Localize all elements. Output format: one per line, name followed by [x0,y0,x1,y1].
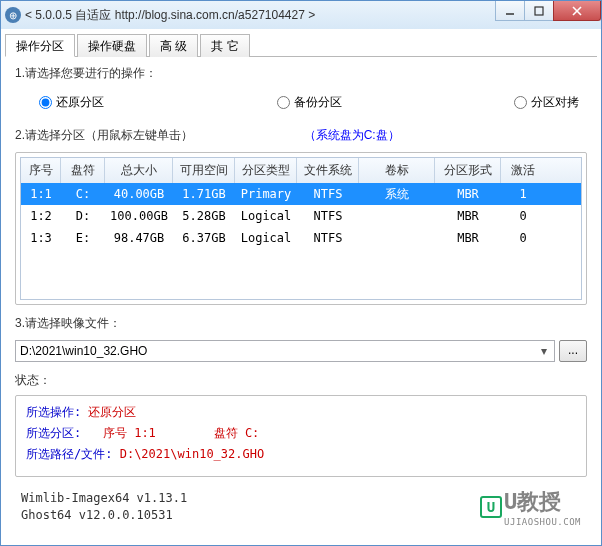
th-ptype[interactable]: 分区类型 [235,158,297,183]
th-scheme[interactable]: 分区形式 [435,158,501,183]
table-header: 序号 盘符 总大小 可用空间 分区类型 文件系统 卷标 分区形式 激活 [21,158,581,183]
table-cell: 5.28GB [173,207,235,225]
th-free[interactable]: 可用空间 [173,158,235,183]
table-cell: Logical [235,207,297,225]
section1-label: 1.请选择您要进行的操作： [15,65,587,82]
table-cell [359,236,435,240]
table-cell: 6.37GB [173,229,235,247]
table-cell: 98.47GB [105,229,173,247]
table-cell: Primary [235,185,297,203]
table-cell [359,214,435,218]
browse-button[interactable]: ... [559,340,587,362]
image-path-combo[interactable]: D:\2021\win10_32.GHO ▾ [15,340,555,362]
partition-table: 序号 盘符 总大小 可用空间 分区类型 文件系统 卷标 分区形式 激活 1:1C… [20,157,582,300]
watermark-text: U教授 [504,487,581,517]
status-op-value: 还原分区 [88,405,136,419]
table-row[interactable]: 1:1C:40.00GB1.71GBPrimaryNTFS系统MBR1 [21,183,581,205]
status-part-idx-value: 1:1 [134,426,156,440]
th-drive[interactable]: 盘符 [61,158,105,183]
radio-copy-input[interactable] [514,96,527,109]
table-cell: NTFS [297,207,359,225]
status-box: 所选操作: 还原分区 所选分区: 序号 1:1 盘符 C: 所选路径/文件: D… [15,395,587,477]
table-cell: E: [61,229,105,247]
section2-label: 2.请选择分区（用鼠标左键单击） [15,128,193,142]
radio-backup[interactable]: 备份分区 [277,94,342,111]
th-fs[interactable]: 文件系统 [297,158,359,183]
th-active[interactable]: 激活 [501,158,545,183]
radio-backup-input[interactable] [277,96,290,109]
table-cell: 系统 [359,184,435,205]
footer-line1: Wimlib-Imagex64 v1.13.1 [21,490,187,507]
table-cell: Logical [235,229,297,247]
maximize-button[interactable] [524,1,554,21]
tab-partition-op[interactable]: 操作分区 [5,34,75,57]
section3-label: 3.请选择映像文件： [15,315,587,332]
radio-copy[interactable]: 分区对拷 [514,94,579,111]
app-icon: ⊕ [5,7,21,23]
status-part-idx-label: 序号 [103,426,127,440]
table-cell: 0 [501,229,545,247]
image-path-value: D:\2021\win10_32.GHO [20,344,147,358]
watermark-logo-icon: U [480,496,502,518]
table-cell: 1:3 [21,229,61,247]
operation-radio-group: 还原分区 备份分区 分区对拷 [15,88,587,121]
footer-line2: Ghost64 v12.0.0.10531 [21,507,187,524]
close-button[interactable] [553,1,601,21]
minimize-button[interactable] [495,1,525,21]
table-cell: 1:2 [21,207,61,225]
radio-backup-label: 备份分区 [294,94,342,111]
status-drive-value: C: [245,426,259,440]
radio-restore[interactable]: 还原分区 [39,94,104,111]
th-label[interactable]: 卷标 [359,158,435,183]
table-row[interactable]: 1:2D:100.00GB5.28GBLogicalNTFSMBR0 [21,205,581,227]
table-cell: MBR [435,229,501,247]
table-empty-area[interactable] [21,249,581,299]
chevron-down-icon[interactable]: ▾ [536,344,552,358]
table-cell: C: [61,185,105,203]
table-cell: D: [61,207,105,225]
table-cell: 0 [501,207,545,225]
table-cell: 40.00GB [105,185,173,203]
table-cell: NTFS [297,229,359,247]
table-cell: MBR [435,207,501,225]
status-path-value: D:\2021\win10_32.GHO [120,447,265,461]
table-cell: 1.71GB [173,185,235,203]
status-path-label: 所选路径/文件: [26,447,112,461]
table-cell: 1:1 [21,185,61,203]
th-total[interactable]: 总大小 [105,158,173,183]
table-cell: 1 [501,185,545,203]
watermark-sub: UJIAOSHOU.COM [504,517,581,527]
table-row[interactable]: 1:3E:98.47GB6.37GBLogicalNTFSMBR0 [21,227,581,249]
status-part-label: 所选分区: [26,426,81,440]
table-cell: NTFS [297,185,359,203]
watermark: U U教授 UJIAOSHOU.COM [480,487,581,527]
tabstrip: 操作分区 操作硬盘 高 级 其 它 [5,33,597,57]
titlebar: ⊕ < 5.0.0.5 自适应 http://blog.sina.com.cn/… [1,1,601,29]
status-drive-label: 盘符 [214,426,238,440]
status-op-label: 所选操作: [26,405,81,419]
tab-disk-op[interactable]: 操作硬盘 [77,34,147,57]
svg-rect-1 [535,7,543,15]
table-cell: 100.00GB [105,207,173,225]
radio-restore-input[interactable] [39,96,52,109]
window-title: < 5.0.0.5 自适应 http://blog.sina.com.cn/a5… [25,7,315,24]
tab-advanced[interactable]: 高 级 [149,34,198,57]
radio-restore-label: 还原分区 [56,94,104,111]
tab-other[interactable]: 其 它 [200,34,249,57]
table-cell: MBR [435,185,501,203]
status-label: 状态： [15,372,587,389]
radio-copy-label: 分区对拷 [531,94,579,111]
section2-note: （系统盘为C:盘） [304,128,400,142]
th-index[interactable]: 序号 [21,158,61,183]
